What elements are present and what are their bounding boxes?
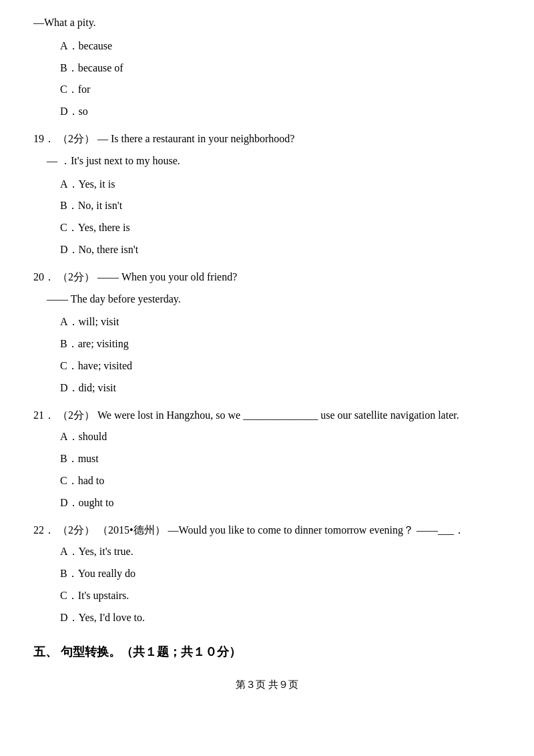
q22-option-b: B．You really do xyxy=(60,564,501,584)
intro-line: —What a pity. xyxy=(33,13,501,33)
q18-option-b: B．because of xyxy=(60,59,501,78)
q19-option-b: B．No, it isn't xyxy=(60,196,501,216)
q22-option-d: D．Yes, I'd love to. xyxy=(60,608,501,628)
q19-stem: 19． （2分） — Is there a restaurant in your… xyxy=(33,130,501,149)
section5-title: 五、 句型转换。（共１题；共１０分） xyxy=(33,641,501,663)
q19-option-d: D．No, there isn't xyxy=(60,240,501,260)
q19-answer-prompt: — ．It's just next to my house. xyxy=(47,152,501,171)
q21-option-a: A．should xyxy=(60,427,501,447)
q18-option-d: D．so xyxy=(60,102,501,122)
q20-option-d: D．did; visit xyxy=(60,379,501,398)
q20-option-a: A．will; visit xyxy=(60,313,501,332)
page-number: 第３页 共９页 xyxy=(33,676,501,694)
q20-answer-prompt: —— The day before yesterday. xyxy=(47,290,501,309)
q20-option-c: C．have; visited xyxy=(60,357,501,376)
q20-option-b: B．are; visiting xyxy=(60,335,501,354)
q18-option-a: A．because xyxy=(60,37,501,56)
q22-option-a: A．Yes, it's true. xyxy=(60,542,501,562)
q22-option-c: C．It's upstairs. xyxy=(60,586,501,606)
q21-option-d: D．ought to xyxy=(60,494,501,513)
q22-stem: 22． （2分） （2015•德州） —Would you like to co… xyxy=(33,521,501,540)
q21-stem: 21． （2分） We were lost in Hangzhou, so we… xyxy=(33,406,501,425)
q19-option-c: C．Yes, there is xyxy=(60,218,501,238)
q20-stem: 20． （2分） —— When you your old friend? xyxy=(33,268,501,287)
q21-option-c: C．had to xyxy=(60,471,501,491)
q18-option-c: C．for xyxy=(60,80,501,100)
q21-option-b: B．must xyxy=(60,449,501,469)
q19-option-a: A．Yes, it is xyxy=(60,175,501,194)
